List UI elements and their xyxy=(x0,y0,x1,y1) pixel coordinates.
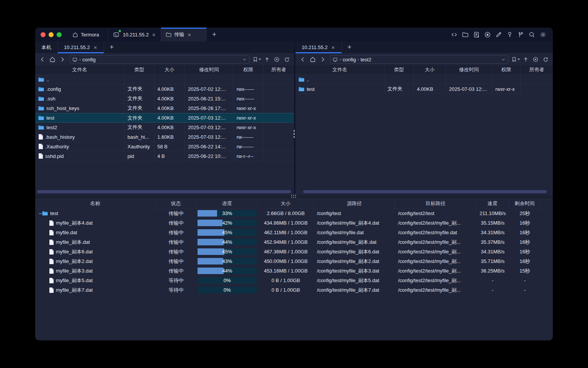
file-row[interactable]: test文件夹4.00KB2025-07-03 12:...rwxr-xr-x xyxy=(35,113,294,123)
transfer-row[interactable]: myfile_副本5.dat等待中0%0 B / 1.00GB/config/t… xyxy=(35,276,553,285)
minimize-window-button[interactable] xyxy=(49,32,54,37)
branch-icon[interactable] xyxy=(517,31,524,38)
upload-icon[interactable] xyxy=(263,55,271,64)
file-mtime-cell: 2025-06-22 14:... xyxy=(185,142,234,151)
column-header[interactable]: 文件名 xyxy=(35,65,124,74)
column-header[interactable]: 目标路径 xyxy=(395,199,476,208)
close-window-button[interactable] xyxy=(41,32,46,37)
file-icon xyxy=(49,230,54,235)
show-hidden-eye-icon[interactable] xyxy=(273,55,281,64)
folder-icon xyxy=(38,87,44,92)
column-header[interactable]: 类型 xyxy=(384,65,414,74)
refresh-icon[interactable] xyxy=(283,55,291,64)
file-panel-right: 10.211.55.2 × + ›config›test2 xyxy=(296,41,553,194)
file-row[interactable]: .XauthorityXauthority58 B2025-06-22 14:.… xyxy=(35,142,294,151)
edit-icon[interactable] xyxy=(495,31,502,38)
column-header[interactable]: 名称 xyxy=(35,199,155,208)
file-row[interactable]: .bash_historybash_hi...1.60KB2025-07-03 … xyxy=(35,132,294,142)
online-dot xyxy=(119,30,121,32)
code-icon[interactable] xyxy=(450,31,458,38)
column-header[interactable]: 大小 xyxy=(414,65,446,74)
transfer-row[interactable]: myfile_副本6.dat传输中45%467.36MB / 1.00GB/co… xyxy=(35,247,553,256)
transfer-row[interactable]: myfile.dat传输中45%462.11MB / 1.00GB/config… xyxy=(35,228,553,237)
file-row[interactable]: test文件夹4.00KB2025-07-03 12:...rwxr-xr-x xyxy=(296,84,553,94)
horizontal-splitter[interactable] xyxy=(35,194,553,199)
column-header[interactable]: 所有者 xyxy=(263,65,294,74)
home-icon[interactable] xyxy=(309,55,317,64)
transfer-row[interactable]: myfile_副本7.dat等待中0%0 B / 1.00GB/config/t… xyxy=(35,285,553,295)
home-icon[interactable] xyxy=(48,55,57,64)
transfer-row[interactable]: test传输中33%2.66GB / 8.00GB/config/test/co… xyxy=(35,209,553,218)
refresh-icon[interactable] xyxy=(541,55,550,64)
column-header[interactable]: 源路径 xyxy=(314,199,395,208)
file-row[interactable]: test2文件夹4.00KB2025-07-03 12:...rwxr-xr-x xyxy=(35,123,294,132)
column-header[interactable]: 权限 xyxy=(234,65,263,74)
file-row[interactable]: .. xyxy=(296,75,553,84)
file-row[interactable]: .ssh文件夹4.00KB2025-06-21 15:...rwx------ xyxy=(35,94,294,104)
tab-transfer[interactable]: 传输 × xyxy=(161,28,207,41)
column-header[interactable]: 修改时间 xyxy=(446,65,492,74)
tab-remote-10-211-55-2[interactable]: 10.211.55.2 × xyxy=(296,41,342,53)
breadcrumb-segment[interactable]: config xyxy=(343,57,356,62)
new-tab-button[interactable]: + xyxy=(207,28,222,41)
left-path-input[interactable]: ›config xyxy=(70,55,250,64)
search-icon[interactable] xyxy=(528,31,536,38)
tab-remote-10-211-55-2[interactable]: 10.211.55.2 × xyxy=(58,41,104,53)
column-header[interactable]: 修改时间 xyxy=(185,65,234,74)
column-header[interactable]: 权限 xyxy=(492,65,521,74)
zoom-window-button[interactable] xyxy=(57,32,62,37)
column-header[interactable]: 速度 xyxy=(476,199,509,208)
new-panel-tab-button[interactable]: + xyxy=(104,41,119,53)
column-header[interactable]: 剩余时间 xyxy=(509,199,541,208)
close-icon[interactable]: × xyxy=(187,32,192,38)
file-row[interactable]: .. xyxy=(35,75,294,84)
bookmark-button[interactable] xyxy=(253,57,261,62)
upload-icon[interactable] xyxy=(521,55,530,64)
transfer-row[interactable]: myfile_副本4.dat传输中42%434.86MB / 1.00GB/co… xyxy=(35,218,553,228)
horizontal-scrollbar[interactable] xyxy=(37,190,291,193)
column-header[interactable]: 大小 xyxy=(154,65,185,74)
breadcrumb-segment[interactable]: test2 xyxy=(361,57,371,62)
chevron-down-icon[interactable] xyxy=(501,57,506,62)
forward-icon[interactable] xyxy=(58,55,67,64)
new-panel-tab-button[interactable]: + xyxy=(342,41,357,53)
settings-icon[interactable] xyxy=(539,31,547,38)
back-icon[interactable] xyxy=(38,55,47,64)
chevron-down-icon[interactable] xyxy=(242,57,247,62)
close-icon[interactable]: × xyxy=(151,32,156,38)
column-header[interactable]: 所有者 xyxy=(521,65,553,74)
tab-termora-home[interactable]: Termora xyxy=(69,28,108,41)
horizontal-scrollbar[interactable] xyxy=(303,190,547,193)
column-header[interactable]: 类型 xyxy=(124,65,154,74)
log-icon[interactable] xyxy=(472,31,480,38)
column-header[interactable]: 进度 xyxy=(197,199,258,208)
bookmark-button[interactable] xyxy=(511,57,520,62)
close-icon[interactable]: × xyxy=(331,44,336,50)
folder-icon[interactable] xyxy=(461,31,469,38)
close-icon[interactable]: × xyxy=(93,44,98,50)
transfer-row[interactable]: myfile_副本.dat传输中44%452.94MB / 1.00GB/con… xyxy=(35,237,553,247)
forward-icon[interactable] xyxy=(318,55,327,64)
file-row[interactable]: ssh_host_keys文件夹4.00KB2025-06-26 17:...r… xyxy=(35,104,294,113)
file-owner-cell xyxy=(263,113,294,122)
record-icon[interactable] xyxy=(483,31,491,38)
transfer-speed: 211.10MB/s xyxy=(476,209,509,218)
file-name-cell: ssh_host_keys xyxy=(35,104,124,113)
file-row[interactable]: sshd.pidpid4 B2025-06-22 10:...rw-r--r-- xyxy=(35,151,294,161)
back-icon[interactable] xyxy=(299,55,307,64)
tab-local[interactable]: 本机 xyxy=(35,41,58,53)
transfer-status: 传输中 xyxy=(155,209,197,218)
transfer-source-path: /config/test/myfile_副本4.dat xyxy=(314,218,395,228)
progress-bar: 42% xyxy=(198,220,257,226)
transfer-row[interactable]: myfile_副本2.dat传输中43%450.00MB / 1.00GB/co… xyxy=(35,256,553,266)
column-header[interactable]: 大小 xyxy=(258,199,314,208)
key-icon[interactable] xyxy=(506,31,513,38)
file-row[interactable]: .config文件夹4.00KB2025-07-02 12:...rwx----… xyxy=(35,84,294,94)
column-header[interactable]: 文件名 xyxy=(296,65,384,74)
transfer-row[interactable]: myfile_副本3.dat传输中44%453.16MB / 1.00GB/co… xyxy=(35,266,553,276)
breadcrumb-segment[interactable]: config xyxy=(82,57,96,62)
tab-host-10-211-55-2[interactable]: 10.211.55.2 × xyxy=(108,28,161,41)
right-path-input[interactable]: ›config›test2 xyxy=(330,55,508,64)
column-header[interactable]: 状态 xyxy=(155,199,197,208)
show-hidden-eye-icon[interactable] xyxy=(531,55,540,64)
